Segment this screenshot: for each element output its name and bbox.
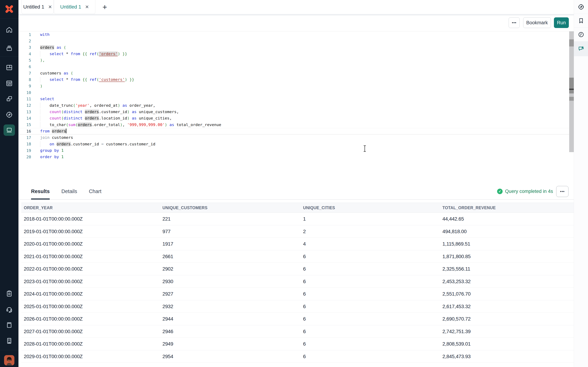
code-line-18[interactable]: 18 on orders.customer_id = customers.cus… bbox=[18, 141, 574, 147]
editor-scrollbar[interactable] bbox=[569, 31, 574, 152]
table-cell: 2028-01-01T00:00:00.000Z bbox=[24, 338, 83, 350]
sql-editor[interactable]: 1with23orders as (4 select * from {{ ref… bbox=[18, 31, 574, 184]
sidebar-item-org-building-icon[interactable] bbox=[5, 337, 13, 345]
table-cell: 6 bbox=[303, 300, 306, 313]
code-line-10[interactable]: 10 bbox=[18, 89, 574, 96]
column-header-unique_customers[interactable]: UNIQUE_CUSTOMERS bbox=[163, 203, 208, 213]
sidebar-item-home-icon[interactable] bbox=[5, 26, 13, 34]
table-cell: 2879 bbox=[163, 363, 173, 367]
line-number: 13 bbox=[18, 110, 31, 114]
code-line-19[interactable]: 19group by 1 bbox=[18, 147, 574, 154]
table-cell: 2946 bbox=[163, 325, 173, 338]
table-row[interactable]: 2019-01-01T00:00:00.000Z9772494,818.00 bbox=[21, 225, 574, 238]
code-line-3[interactable]: 3orders as ( bbox=[18, 44, 574, 51]
table-cell: 6 bbox=[303, 275, 306, 288]
code-line-15[interactable]: 15 to_char(sum(orders.order_total), '999… bbox=[18, 122, 574, 128]
code-content: select * from {{ ref('orders') }} bbox=[40, 51, 127, 57]
column-header-total_order_revenue[interactable]: TOTAL_ORDER_REVENUE bbox=[442, 203, 496, 213]
sidebar-item-support-headset-icon[interactable] bbox=[5, 306, 13, 313]
table-row[interactable]: 2018-01-01T00:00:00.000Z221144,442.65 bbox=[21, 213, 574, 225]
bookmark-button[interactable]: Bookmark bbox=[523, 17, 551, 28]
results-tab-results[interactable]: Results bbox=[31, 184, 50, 199]
close-icon[interactable]: ✕ bbox=[85, 4, 89, 10]
code-line-17[interactable]: 17join customers bbox=[18, 134, 574, 141]
code-content: from orders bbox=[40, 128, 66, 134]
table-row[interactable]: 2027-01-01T00:00:00.000Z294662,742,751.3… bbox=[21, 325, 574, 338]
more-options-button[interactable]: ••• bbox=[509, 17, 520, 28]
code-content: order by 1 bbox=[40, 154, 64, 160]
check-circle-icon: ✓ bbox=[497, 189, 503, 194]
table-row[interactable]: 2024-01-01T00:00:00.000Z292762,551,076.7… bbox=[21, 288, 574, 300]
table-cell: 1,871,800.85 bbox=[442, 250, 471, 263]
line-number: 1 bbox=[18, 33, 31, 37]
user-avatar[interactable] bbox=[4, 355, 14, 365]
table-header-row: ORDER_YEARUNIQUE_CUSTOMERSUNIQUE_CITIEST… bbox=[21, 203, 574, 213]
code-line-11[interactable]: 11select bbox=[18, 96, 574, 102]
rail-item-ai-chat-sparkle-icon[interactable] bbox=[574, 42, 588, 56]
line-number: 5 bbox=[18, 58, 31, 63]
rail-item-compass-icon[interactable] bbox=[574, 0, 588, 14]
column-header-order_year[interactable]: ORDER_YEAR bbox=[24, 203, 53, 213]
tab-untitled-1[interactable]: Untitled 1 ✕ bbox=[21, 0, 54, 14]
code-line-1[interactable]: 1with bbox=[18, 31, 574, 38]
table-row[interactable]: 2023-01-01T00:00:00.000Z293062,453,253.3… bbox=[21, 275, 574, 288]
new-tab-button[interactable]: + bbox=[100, 2, 110, 12]
code-line-6[interactable]: 6 bbox=[18, 64, 574, 70]
table-row[interactable]: 2030-01-01T00:00:00.000Z287961,841,049.3… bbox=[21, 363, 574, 367]
code-line-12[interactable]: 12 date_trunc('year', ordered_at) as ord… bbox=[18, 102, 574, 109]
sidebar-item-docs-book-icon[interactable] bbox=[5, 321, 13, 329]
results-tab-details[interactable]: Details bbox=[61, 184, 77, 199]
table-cell: 977 bbox=[163, 225, 171, 238]
column-header-unique_cities[interactable]: UNIQUE_CITIES bbox=[303, 203, 335, 213]
rail-item-history-clock-icon[interactable] bbox=[574, 28, 588, 42]
code-line-20[interactable]: 20order by 1 bbox=[18, 154, 574, 160]
table-row[interactable]: 2028-01-01T00:00:00.000Z294962,808,539.0… bbox=[21, 338, 574, 350]
code-content: with bbox=[40, 31, 50, 38]
table-row[interactable]: 2020-01-01T00:00:00.000Z191741,115,869.5… bbox=[21, 238, 574, 250]
code-line-8[interactable]: 8 select * from {{ ref('customers') }} bbox=[18, 76, 574, 83]
sidebar-item-apps-grid-icon[interactable] bbox=[5, 64, 13, 71]
table-row[interactable]: 2021-01-01T00:00:00.000Z266161,871,800.8… bbox=[21, 250, 574, 263]
table-row[interactable]: 2025-01-01T00:00:00.000Z293262,617,453.3… bbox=[21, 300, 574, 313]
line-number: 15 bbox=[18, 123, 31, 127]
tab-label: Untitled 1 bbox=[23, 4, 44, 10]
results-more-button[interactable]: ••• bbox=[556, 186, 569, 197]
sidebar-item-templates-windows-icon[interactable] bbox=[5, 95, 13, 102]
table-row[interactable]: 2026-01-01T00:00:00.000Z294462,690,570.7… bbox=[21, 313, 574, 325]
results-tab-chart[interactable]: Chart bbox=[89, 184, 101, 199]
line-number: 7 bbox=[18, 71, 31, 75]
main-area: Untitled 1 ✕ Untitled 1 ✕ + ••• Bookmark… bbox=[18, 0, 574, 367]
sidebar-item-explore-compass-icon[interactable] bbox=[5, 111, 13, 119]
table-cell: 6 bbox=[303, 363, 306, 367]
code-content: count(distinct orders.location_id) as un… bbox=[40, 115, 172, 121]
sidebar-item-clipboard-icon[interactable] bbox=[5, 290, 13, 298]
code-line-4[interactable]: 4 select * from {{ ref('orders') }} bbox=[18, 51, 574, 57]
run-button[interactable]: Run bbox=[554, 17, 569, 28]
line-number: 4 bbox=[18, 52, 31, 56]
table-cell: 2026-01-01T00:00:00.000Z bbox=[24, 313, 83, 325]
code-line-13[interactable]: 13 count(distinct orders.customer_id) as… bbox=[18, 109, 574, 115]
table-cell: 2020-01-01T00:00:00.000Z bbox=[24, 238, 83, 250]
code-content: select bbox=[40, 96, 54, 102]
table-row[interactable]: 2029-01-01T00:00:00.000Z295462,845,473.9… bbox=[21, 350, 574, 363]
table-cell: 4 bbox=[303, 238, 306, 250]
hex-logo-icon[interactable] bbox=[4, 4, 14, 14]
table-row[interactable]: 2022-01-01T00:00:00.000Z290262,325,556.1… bbox=[21, 263, 574, 275]
code-line-7[interactable]: 7customers as ( bbox=[18, 70, 574, 76]
close-icon[interactable]: ✕ bbox=[48, 4, 52, 10]
table-cell: 2954 bbox=[163, 350, 173, 363]
sidebar-item-notebook-active[interactable] bbox=[4, 125, 15, 136]
code-line-2[interactable]: 2 bbox=[18, 38, 574, 44]
line-number: 18 bbox=[18, 142, 31, 146]
sidebar-item-code-window-icon[interactable] bbox=[5, 79, 13, 87]
table-cell: 2,551,076.70 bbox=[442, 288, 471, 300]
sidebar-item-projects-tray-icon[interactable] bbox=[5, 44, 13, 52]
tab-untitled-1-secondary[interactable]: Untitled 1 ✕ bbox=[54, 0, 95, 14]
code-line-16[interactable]: 16from orders bbox=[18, 128, 574, 134]
table-cell: 6 bbox=[303, 325, 306, 338]
table-cell: 2019-01-01T00:00:00.000Z bbox=[24, 225, 83, 238]
rail-item-bookmark-icon[interactable] bbox=[574, 14, 588, 28]
code-line-9[interactable]: 9) bbox=[18, 83, 574, 89]
code-line-14[interactable]: 14 count(distinct orders.location_id) as… bbox=[18, 115, 574, 121]
code-line-5[interactable]: 5), bbox=[18, 57, 574, 63]
